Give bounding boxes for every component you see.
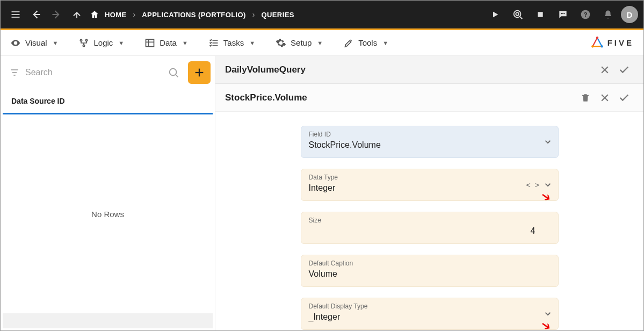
svg-point-25	[596, 37, 598, 39]
menu-label: Tasks	[223, 38, 244, 47]
close-icon[interactable]	[595, 88, 614, 107]
search-icon[interactable]	[168, 67, 179, 78]
breadcrumb: HOME › APPLICATIONS (PORTFOLIO) › QUERIE…	[90, 8, 298, 22]
default-display-type-dropdown[interactable]: Default Display Type _Integer ➔	[301, 298, 559, 330]
logic-icon	[78, 38, 89, 48]
menu-logic[interactable]: Logic ▼	[74, 34, 128, 52]
no-rows-label: No Rows	[3, 114, 213, 313]
menu-setup[interactable]: Setup ▼	[271, 34, 327, 52]
svg-point-9	[516, 12, 519, 15]
svg-point-18	[83, 45, 85, 46]
field-label: Size	[309, 217, 551, 224]
menu-label: Visual	[25, 38, 47, 47]
close-icon[interactable]	[595, 60, 614, 80]
add-button[interactable]	[188, 61, 211, 84]
svg-line-8	[520, 17, 523, 19]
up-icon[interactable]	[67, 5, 86, 24]
svg-point-27	[600, 45, 603, 47]
search-input[interactable]	[25, 68, 162, 77]
search-global-icon[interactable]	[508, 5, 527, 24]
top-bar: HOME › APPLICATIONS (PORTFOLIO) › QUERIE…	[1, 1, 643, 28]
back-icon[interactable]	[26, 5, 46, 24]
tasks-icon	[208, 38, 219, 48]
svg-rect-19	[146, 39, 154, 46]
field-value: _Integer	[309, 312, 551, 324]
svg-point-7	[514, 11, 521, 18]
menu-bar: Visual ▼ Logic ▼ Data ▼ Tasks ▼ Setup ▼ …	[1, 30, 643, 56]
check-icon[interactable]	[614, 60, 634, 80]
breadcrumb-queries[interactable]: QUERIES	[258, 8, 297, 22]
page-title: DailyVolumeQuery	[225, 64, 595, 75]
chevron-down-icon[interactable]	[543, 137, 553, 147]
tools-icon	[343, 38, 354, 48]
field-value: Integer	[309, 183, 551, 195]
avatar[interactable]: D	[621, 6, 638, 23]
list-header: Data Source ID	[3, 89, 213, 113]
svg-point-26	[591, 45, 594, 47]
logo: FIVE	[590, 36, 634, 50]
menu-label: Setup	[291, 38, 312, 47]
default-caption-field[interactable]: Default Caption Volume	[301, 255, 559, 287]
menu-visual[interactable]: Visual ▼	[6, 34, 62, 52]
menu-data[interactable]: Data ▼	[140, 34, 192, 52]
field-label: Field ID	[309, 131, 551, 138]
table-icon	[144, 38, 155, 48]
eye-icon	[10, 38, 21, 48]
detail-header-1: DailyVolumeQuery	[215, 56, 643, 84]
field-value: StockPrice.Volume	[309, 140, 551, 152]
detail-header-2: StockPrice.Volume	[215, 84, 643, 112]
svg-point-31	[170, 69, 177, 76]
svg-point-16	[81, 39, 82, 41]
help-icon[interactable]: ?	[576, 5, 595, 24]
chevron-down-icon[interactable]	[543, 180, 553, 190]
search-box[interactable]	[5, 63, 184, 82]
trash-icon[interactable]	[576, 88, 595, 107]
chevron-right-icon: ›	[251, 10, 256, 19]
form: Field ID StockPrice.Volume Data Type Int…	[215, 112, 643, 330]
menu-label: Tools	[358, 38, 377, 47]
svg-point-13	[564, 13, 565, 14]
caret-down-icon: ▼	[249, 40, 255, 46]
menu-icon[interactable]	[6, 5, 25, 24]
menu-tasks[interactable]: Tasks ▼	[204, 34, 259, 52]
home-icon	[90, 10, 99, 19]
caret-down-icon: ▼	[182, 40, 188, 46]
svg-marker-6	[493, 12, 498, 18]
caret-down-icon: ▼	[382, 40, 388, 46]
logo-text: FIVE	[607, 38, 634, 47]
breadcrumb-home[interactable]: HOME	[102, 8, 130, 22]
data-type-dropdown[interactable]: Data Type Integer < > ➔	[301, 169, 559, 201]
gear-icon	[276, 38, 286, 48]
field-label: Default Caption	[309, 260, 551, 267]
left-pane: Data Source ID No Rows	[1, 56, 215, 330]
stop-icon[interactable]	[531, 5, 550, 24]
breadcrumb-applications[interactable]: APPLICATIONS (PORTFOLIO)	[139, 8, 249, 22]
caret-down-icon: ▼	[118, 40, 124, 46]
section-title: StockPrice.Volume	[225, 92, 576, 103]
menu-label: Data	[160, 38, 177, 47]
field-value: Volume	[309, 269, 551, 281]
chat-icon[interactable]	[553, 5, 573, 24]
field-id-dropdown[interactable]: Field ID StockPrice.Volume	[301, 126, 559, 158]
right-pane: DailyVolumeQuery StockPrice.Volume Field…	[215, 56, 643, 330]
field-label: Default Display Type	[309, 303, 551, 310]
bell-icon[interactable]	[598, 5, 618, 24]
check-icon[interactable]	[614, 88, 634, 107]
caret-down-icon: ▼	[317, 40, 323, 46]
menu-tools[interactable]: Tools ▼	[339, 34, 393, 52]
play-icon[interactable]	[486, 5, 505, 24]
code-icon[interactable]: < >	[526, 181, 539, 189]
svg-point-11	[561, 13, 562, 14]
field-label: Data Type	[309, 174, 551, 181]
field-value: 4	[309, 226, 551, 238]
bottom-strip	[3, 313, 213, 328]
svg-rect-10	[538, 12, 542, 17]
svg-line-32	[176, 75, 178, 77]
svg-text:?: ?	[583, 11, 587, 18]
chevron-down-icon[interactable]	[543, 309, 553, 319]
chevron-right-icon: ›	[132, 10, 137, 19]
size-field[interactable]: Size 4	[301, 212, 559, 244]
caret-down-icon: ▼	[53, 40, 59, 46]
svg-point-17	[86, 39, 88, 41]
filter-icon[interactable]	[9, 67, 20, 78]
